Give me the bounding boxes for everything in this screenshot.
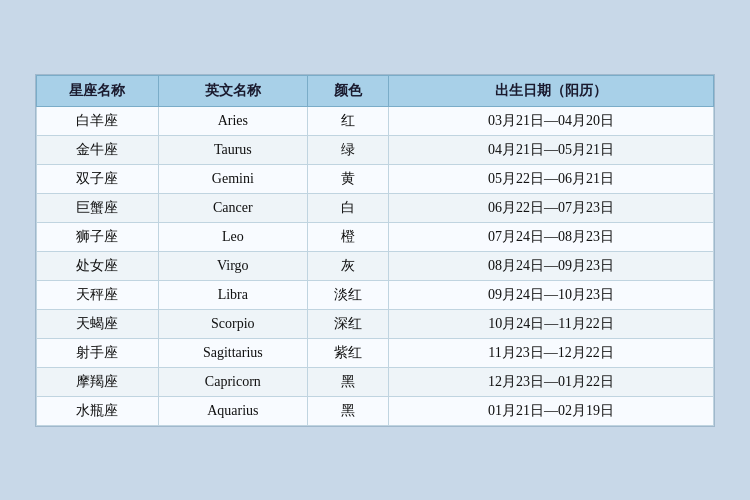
table-row: 天蝎座Scorpio深红10月24日—11月22日	[37, 309, 714, 338]
cell-date: 06月22日—07月23日	[389, 193, 714, 222]
cell-english: Cancer	[158, 193, 307, 222]
cell-date: 03月21日—04月20日	[389, 106, 714, 135]
header-chinese: 星座名称	[37, 75, 159, 106]
cell-color: 黑	[307, 367, 388, 396]
table-row: 白羊座Aries红03月21日—04月20日	[37, 106, 714, 135]
table-row: 金牛座Taurus绿04月21日—05月21日	[37, 135, 714, 164]
cell-color: 绿	[307, 135, 388, 164]
cell-chinese: 金牛座	[37, 135, 159, 164]
cell-english: Libra	[158, 280, 307, 309]
zodiac-table-container: 星座名称 英文名称 颜色 出生日期（阳历） 白羊座Aries红03月21日—04…	[35, 74, 715, 427]
cell-date: 10月24日—11月22日	[389, 309, 714, 338]
cell-english: Gemini	[158, 164, 307, 193]
header-date: 出生日期（阳历）	[389, 75, 714, 106]
cell-color: 黄	[307, 164, 388, 193]
cell-chinese: 摩羯座	[37, 367, 159, 396]
cell-date: 04月21日—05月21日	[389, 135, 714, 164]
cell-date: 12月23日—01月22日	[389, 367, 714, 396]
header-english: 英文名称	[158, 75, 307, 106]
cell-english: Aries	[158, 106, 307, 135]
cell-date: 11月23日—12月22日	[389, 338, 714, 367]
cell-english: Virgo	[158, 251, 307, 280]
cell-english: Scorpio	[158, 309, 307, 338]
cell-color: 白	[307, 193, 388, 222]
cell-chinese: 射手座	[37, 338, 159, 367]
cell-date: 08月24日—09月23日	[389, 251, 714, 280]
cell-color: 紫红	[307, 338, 388, 367]
table-header-row: 星座名称 英文名称 颜色 出生日期（阳历）	[37, 75, 714, 106]
header-color: 颜色	[307, 75, 388, 106]
cell-english: Sagittarius	[158, 338, 307, 367]
zodiac-table: 星座名称 英文名称 颜色 出生日期（阳历） 白羊座Aries红03月21日—04…	[36, 75, 714, 426]
cell-english: Capricorn	[158, 367, 307, 396]
cell-date: 07月24日—08月23日	[389, 222, 714, 251]
cell-color: 灰	[307, 251, 388, 280]
cell-date: 01月21日—02月19日	[389, 396, 714, 425]
cell-color: 橙	[307, 222, 388, 251]
cell-date: 09月24日—10月23日	[389, 280, 714, 309]
cell-english: Taurus	[158, 135, 307, 164]
cell-english: Aquarius	[158, 396, 307, 425]
cell-chinese: 白羊座	[37, 106, 159, 135]
cell-color: 红	[307, 106, 388, 135]
cell-chinese: 天秤座	[37, 280, 159, 309]
table-row: 射手座Sagittarius紫红11月23日—12月22日	[37, 338, 714, 367]
table-row: 双子座Gemini黄05月22日—06月21日	[37, 164, 714, 193]
cell-chinese: 狮子座	[37, 222, 159, 251]
cell-color: 淡红	[307, 280, 388, 309]
cell-color: 黑	[307, 396, 388, 425]
table-row: 巨蟹座Cancer白06月22日—07月23日	[37, 193, 714, 222]
table-row: 水瓶座Aquarius黑01月21日—02月19日	[37, 396, 714, 425]
table-row: 天秤座Libra淡红09月24日—10月23日	[37, 280, 714, 309]
cell-date: 05月22日—06月21日	[389, 164, 714, 193]
cell-chinese: 天蝎座	[37, 309, 159, 338]
cell-chinese: 处女座	[37, 251, 159, 280]
table-row: 狮子座Leo橙07月24日—08月23日	[37, 222, 714, 251]
cell-chinese: 双子座	[37, 164, 159, 193]
table-body: 白羊座Aries红03月21日—04月20日金牛座Taurus绿04月21日—0…	[37, 106, 714, 425]
cell-english: Leo	[158, 222, 307, 251]
cell-color: 深红	[307, 309, 388, 338]
cell-chinese: 巨蟹座	[37, 193, 159, 222]
table-row: 摩羯座Capricorn黑12月23日—01月22日	[37, 367, 714, 396]
table-row: 处女座Virgo灰08月24日—09月23日	[37, 251, 714, 280]
cell-chinese: 水瓶座	[37, 396, 159, 425]
